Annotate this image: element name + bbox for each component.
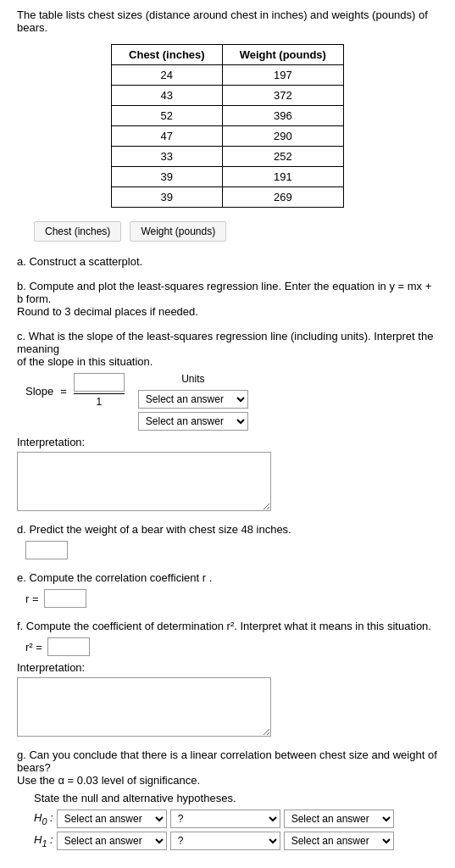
table-row-chest-2: 52 — [112, 106, 223, 126]
table-row-weight-3: 290 — [222, 126, 343, 147]
units-label: Units — [138, 373, 248, 385]
slope-denominator: 1 — [97, 396, 103, 408]
table-row-chest-3: 47 — [112, 126, 223, 147]
h0-select-1[interactable]: Select an answer ρ = 0 ρ ≠ 0 ρ > 0 ρ < 0 — [57, 810, 167, 828]
table-row-chest-5: 39 — [112, 167, 223, 187]
predict-weight-input[interactable] — [25, 541, 68, 559]
section-e: e. Compute the correlation coefficient r… — [17, 571, 438, 608]
r2-label: r² = — [25, 641, 42, 654]
y-axis-button[interactable]: Weight (pounds) — [130, 221, 226, 242]
slope-text: Slope — [25, 385, 53, 398]
slope-numerator-input[interactable] — [74, 373, 125, 392]
equals-sign: = — [60, 385, 67, 398]
table-row-chest-0: 24 — [112, 65, 223, 86]
section-a: a. Construct a scatterplot. — [17, 255, 438, 268]
section-d: d. Predict the weight of a bear with che… — [17, 523, 438, 559]
axis-buttons-row: Chest (inches) Weight (pounds) — [17, 221, 438, 242]
h1-select-1[interactable]: Select an answer ρ = 0 ρ ≠ 0 ρ > 0 ρ < 0 — [57, 832, 167, 850]
r2-input[interactable] — [47, 637, 90, 656]
section-e-label: e. Compute the correlation coefficient r… — [17, 571, 438, 584]
section-b-label: b. Compute and plot the least-squares re… — [17, 280, 438, 318]
table-row-weight-5: 191 — [222, 167, 343, 187]
table-row-weight-1: 372 — [222, 86, 343, 106]
interpretation-label-c: Interpretation: — [17, 436, 438, 448]
table-row-weight-6: 269 — [222, 187, 343, 208]
data-table: Chest (inches) Weight (pounds) 241974337… — [111, 44, 344, 208]
section-c-label: c. What is the slope of the least-square… — [17, 330, 438, 368]
col2-header: Weight (pounds) — [222, 45, 343, 65]
table-row-chest-1: 43 — [112, 86, 223, 106]
section-c: c. What is the slope of the least-square… — [17, 330, 438, 511]
section-d-label: d. Predict the weight of a bear with che… — [17, 523, 438, 536]
slope-fraction: 1 — [74, 373, 125, 408]
section-b: b. Compute and plot the least-squares re… — [17, 280, 438, 318]
h1-label: H1 : — [34, 833, 53, 849]
table-row-chest-6: 39 — [112, 187, 223, 208]
h1-select-question[interactable]: ? = ≠ > < — [170, 832, 280, 850]
slope-units-wrapper: Slope = 1 Units Select an answer inches … — [25, 373, 438, 431]
units-select-top[interactable]: Select an answer inches pounds inches/po… — [138, 390, 248, 409]
table-row-weight-0: 197 — [222, 65, 343, 86]
h0-label: H0 : — [34, 811, 53, 826]
interpretation-label-f: Interpretation: — [17, 661, 438, 674]
state-hypothesis-label: State the null and alternative hypothese… — [34, 792, 438, 804]
section-g-label: g. Can you conclude that there is a line… — [17, 748, 438, 787]
section-a-label: a. Construct a scatterplot. — [17, 255, 438, 268]
h1-select-2[interactable]: Select an answer 0 ρ r — [284, 832, 394, 850]
col1-header: Chest (inches) — [112, 45, 223, 65]
interpretation-textarea-f[interactable] — [17, 677, 271, 737]
units-select-bottom[interactable]: Select an answer inches pounds inches/po… — [138, 412, 248, 431]
table-row-weight-2: 396 — [222, 106, 343, 126]
x-axis-button[interactable]: Chest (inches) — [34, 221, 121, 242]
table-row-chest-4: 33 — [112, 147, 223, 167]
h1-row: H1 : Select an answer ρ = 0 ρ ≠ 0 ρ > 0 … — [34, 832, 438, 850]
intro-text: The table lists chest sizes (distance ar… — [17, 8, 438, 34]
h0-select-2[interactable]: Select an answer 0 ρ r — [284, 810, 394, 828]
r-input[interactable] — [44, 589, 86, 608]
units-column: Units Select an answer inches pounds inc… — [138, 373, 248, 431]
table-row-weight-4: 252 — [222, 147, 343, 167]
section-f: f. Compute the coefficient of determinat… — [17, 620, 438, 737]
h0-row: H0 : Select an answer ρ = 0 ρ ≠ 0 ρ > 0 … — [34, 810, 438, 828]
section-f-label: f. Compute the coefficient of determinat… — [17, 620, 438, 632]
interpretation-textarea-c[interactable] — [17, 452, 271, 511]
r-label: r = — [25, 593, 39, 605]
section-g: g. Can you conclude that there is a line… — [17, 748, 438, 868]
h0-select-question[interactable]: ? = ≠ > < — [170, 810, 280, 828]
